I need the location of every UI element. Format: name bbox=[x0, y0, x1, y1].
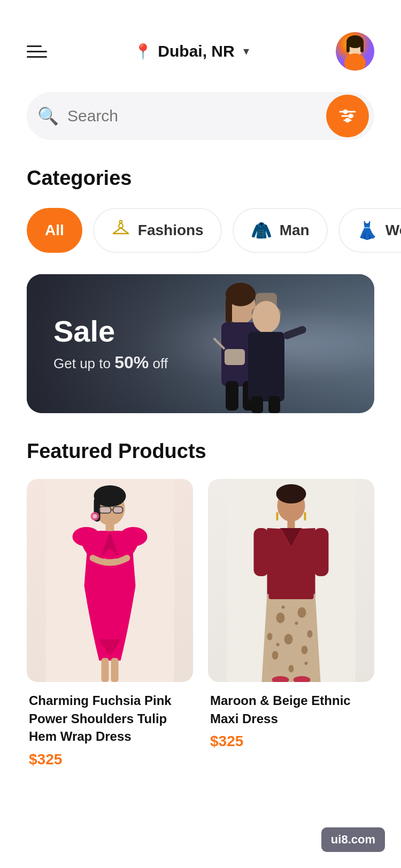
search-icon: 🔍 bbox=[37, 106, 59, 126]
svg-rect-34 bbox=[99, 507, 111, 513]
svg-rect-20 bbox=[226, 297, 232, 323]
svg-rect-27 bbox=[225, 349, 245, 365]
svg-point-10 bbox=[349, 114, 353, 118]
product-card-1[interactable]: Charming Fuchsia Pink Power Shoulders Tu… bbox=[27, 479, 193, 773]
svg-point-54 bbox=[302, 646, 308, 654]
categories-section: Categories All Fashions 🧥 Man 👗 Woman bbox=[0, 156, 401, 264]
svg-rect-47 bbox=[288, 521, 295, 529]
svg-point-61 bbox=[305, 662, 308, 665]
products-grid: Charming Fuchsia Pink Power Shoulders Tu… bbox=[27, 479, 374, 773]
sale-banner[interactable]: Sale Get up to 50% off bbox=[27, 274, 374, 413]
product-info-2: Maroon & Beige Ethnic Maxi Dress $325 bbox=[208, 682, 374, 755]
search-input[interactable] bbox=[67, 107, 318, 125]
svg-point-38 bbox=[93, 514, 97, 518]
category-fashions-label: Fashions bbox=[138, 222, 204, 239]
product-info-1: Charming Fuchsia Pink Power Shoulders Tu… bbox=[27, 682, 193, 773]
svg-point-51 bbox=[298, 607, 306, 618]
featured-title: Featured Products bbox=[27, 440, 374, 474]
menu-button[interactable] bbox=[27, 45, 47, 58]
search-bar: 🔍 bbox=[27, 92, 374, 140]
woman-icon: 👗 bbox=[357, 220, 378, 241]
svg-point-58 bbox=[282, 606, 285, 609]
product-image-1 bbox=[27, 479, 193, 682]
banner-content: Sale Get up to 50% off bbox=[53, 315, 168, 373]
svg-rect-65 bbox=[276, 512, 279, 521]
product-price-2: $325 bbox=[210, 733, 372, 750]
chevron-down-icon: ▾ bbox=[243, 44, 249, 58]
svg-rect-42 bbox=[102, 658, 109, 682]
svg-point-59 bbox=[295, 622, 298, 625]
categories-title: Categories bbox=[0, 156, 401, 203]
svg-rect-26 bbox=[268, 396, 280, 413]
svg-point-23 bbox=[252, 301, 280, 333]
location-selector[interactable]: 📍 Dubai, NR ▾ bbox=[134, 42, 249, 60]
banner-subtitle-suffix: off bbox=[149, 355, 168, 371]
location-pin-icon: 📍 bbox=[134, 43, 152, 60]
featured-products-section: Featured Products bbox=[0, 424, 401, 789]
location-text: Dubai, NR bbox=[158, 42, 234, 60]
banner-subtitle: Get up to 50% off bbox=[53, 353, 168, 373]
avatar-image bbox=[336, 32, 374, 71]
product-name-1: Charming Fuchsia Pink Power Shoulders Tu… bbox=[29, 692, 191, 746]
product-name-2: Maroon & Beige Ethnic Maxi Dress bbox=[210, 692, 372, 727]
hanger-icon bbox=[111, 219, 130, 242]
svg-point-46 bbox=[276, 484, 306, 503]
product-card-2[interactable]: Maroon & Beige Ethnic Maxi Dress $325 bbox=[208, 479, 374, 773]
category-woman[interactable]: 👗 Woman bbox=[338, 208, 401, 253]
svg-point-50 bbox=[276, 613, 285, 623]
category-man[interactable]: 🧥 Man bbox=[233, 208, 328, 253]
svg-point-56 bbox=[267, 633, 273, 640]
svg-point-11 bbox=[345, 118, 350, 122]
man-icon: 🧥 bbox=[251, 220, 272, 241]
category-man-label: Man bbox=[280, 222, 310, 239]
sale-banner-section: Sale Get up to 50% off bbox=[0, 264, 401, 424]
product-image-2 bbox=[208, 479, 374, 682]
svg-point-53 bbox=[272, 651, 279, 660]
svg-point-55 bbox=[289, 665, 294, 672]
svg-point-57 bbox=[307, 630, 313, 638]
banner-subtitle-prefix: Get up to bbox=[53, 355, 114, 371]
svg-rect-49 bbox=[314, 528, 329, 576]
watermark: ui8.com bbox=[321, 827, 385, 852]
svg-rect-35 bbox=[113, 507, 123, 513]
banner-discount: 50% bbox=[114, 353, 149, 372]
svg-rect-48 bbox=[254, 528, 269, 576]
svg-rect-17 bbox=[226, 381, 238, 410]
svg-rect-62 bbox=[269, 593, 314, 599]
category-fashions[interactable]: Fashions bbox=[93, 208, 222, 253]
product-price-1: $325 bbox=[29, 751, 191, 768]
categories-list: All Fashions 🧥 Man 👗 Woman bbox=[0, 203, 401, 264]
svg-point-60 bbox=[276, 643, 280, 646]
svg-point-12 bbox=[119, 221, 122, 223]
filter-button[interactable] bbox=[326, 95, 369, 137]
svg-rect-43 bbox=[111, 658, 119, 682]
svg-rect-24 bbox=[248, 332, 284, 401]
svg-rect-25 bbox=[251, 396, 263, 413]
category-woman-label: Woman bbox=[385, 222, 401, 239]
category-all[interactable]: All bbox=[27, 208, 82, 253]
filter-icon bbox=[338, 106, 357, 126]
header: 📍 Dubai, NR ▾ bbox=[0, 0, 401, 87]
svg-rect-5 bbox=[360, 42, 364, 52]
svg-rect-66 bbox=[304, 512, 306, 521]
avatar[interactable] bbox=[336, 32, 374, 71]
search-section: 🔍 bbox=[0, 87, 401, 156]
svg-point-52 bbox=[284, 634, 293, 645]
svg-point-9 bbox=[343, 110, 348, 114]
svg-rect-4 bbox=[346, 42, 350, 52]
banner-title: Sale bbox=[53, 315, 168, 348]
banner-people bbox=[176, 274, 358, 413]
category-all-label: All bbox=[45, 222, 64, 239]
